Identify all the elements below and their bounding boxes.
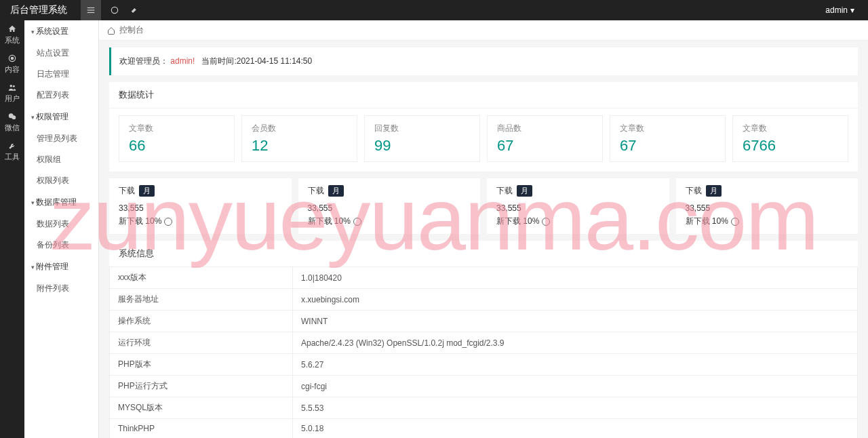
download-card: 下载月33,555新下载 10%: [298, 178, 481, 234]
stat-card: 文章数6766: [732, 115, 848, 162]
stat-value: 67: [497, 137, 593, 155]
sidebar-item[interactable]: 数据列表: [24, 214, 98, 235]
user-name: admin: [825, 5, 848, 15]
download-card: 下载月33,555新下载 10%: [487, 178, 669, 234]
brand: 后台管理系统: [7, 4, 77, 16]
table-row: 操作系统WINNT: [110, 311, 858, 332]
rail-label: 微信: [5, 123, 20, 133]
broom-icon: [130, 5, 140, 15]
refresh-icon: [110, 5, 119, 15]
stat-label: 文章数: [743, 123, 838, 134]
rail-label: 内容: [5, 64, 20, 75]
clear-cache-button[interactable]: [125, 0, 145, 20]
month-badge: 月: [517, 185, 532, 197]
dl-title: 下载: [119, 185, 135, 197]
breadcrumb: 控制台: [99, 20, 868, 41]
sidebar-item[interactable]: 配置列表: [24, 85, 98, 106]
sidebar-group[interactable]: 系统设置: [24, 20, 98, 43]
dl-rate: 新下载 10%: [496, 216, 660, 227]
dl-count: 33,555: [119, 203, 282, 213]
stat-card: 回复数99: [364, 115, 480, 162]
sysinfo-key: MYSQL版本: [110, 397, 293, 419]
stat-value: 67: [620, 137, 715, 155]
sysinfo-value: WINNT: [293, 311, 858, 332]
sysinfo-value: Apache/2.4.23 (Win32) OpenSSL/1.0.2j mod…: [293, 332, 858, 354]
table-row: PHP版本5.6.27: [110, 354, 858, 376]
sysinfo-panel: 系统信息 xxx版本1.0|180420服务器地址x.xuebingsi.com…: [109, 241, 858, 438]
face-icon: [542, 218, 550, 226]
sidebar-item[interactable]: 附件列表: [24, 278, 98, 299]
sidebar-group[interactable]: 权限管理: [24, 106, 98, 128]
stat-label: 回复数: [374, 123, 470, 134]
hamburger-icon: [86, 5, 96, 15]
stat-value: 66: [129, 137, 224, 155]
svg-point-5: [11, 57, 14, 60]
sysinfo-key: xxx版本: [110, 267, 293, 289]
month-badge: 月: [139, 185, 155, 197]
svg-point-3: [111, 7, 117, 13]
rail-item-wechat[interactable]: 微信: [0, 108, 24, 137]
table-row: MYSQL版本5.5.53: [110, 397, 858, 419]
sysinfo-value: 5.5.53: [293, 397, 858, 419]
sidebar-group[interactable]: 附件管理: [24, 256, 98, 278]
dl-rate: 新下载 10%: [119, 216, 282, 227]
sysinfo-key: 服务器地址: [110, 289, 293, 311]
dl-rate: 新下载 10%: [308, 216, 471, 227]
sysinfo-key: PHP版本: [110, 354, 293, 376]
rail-label: 用户: [5, 94, 20, 104]
stat-value: 6766: [743, 137, 838, 155]
sysinfo-key: 操作系统: [110, 311, 293, 332]
svg-point-9: [12, 115, 16, 119]
month-badge: 月: [328, 185, 344, 197]
stat-value: 99: [374, 137, 470, 155]
rail-label: 系统: [5, 35, 20, 45]
dl-title: 下载: [496, 185, 513, 197]
download-card: 下载月33,555新下载 10%: [676, 178, 859, 234]
sidebar-item[interactable]: 权限组: [24, 149, 98, 170]
refresh-button[interactable]: [104, 0, 125, 20]
svg-point-7: [13, 85, 15, 87]
nav-rail: 系统内容用户微信工具: [0, 20, 24, 438]
sysinfo-key: ThinkPHP: [110, 419, 293, 439]
dl-count: 33,555: [686, 203, 849, 213]
face-icon: [353, 218, 361, 226]
chevron-down-icon: ▾: [850, 5, 854, 15]
rail-label: 工具: [5, 152, 20, 162]
user-menu[interactable]: admin ▾: [818, 5, 861, 15]
sidebar-item[interactable]: 备份列表: [24, 235, 98, 256]
stat-card: 文章数66: [119, 115, 235, 162]
stat-label: 会员数: [252, 123, 347, 134]
sidebar: 系统设置站点设置日志管理配置列表权限管理管理员列表权限组权限列表数据库管理数据列…: [24, 20, 99, 438]
current-time: 2021-04-15 11:14:50: [237, 56, 312, 66]
dl-title: 下载: [308, 185, 324, 197]
sidebar-item[interactable]: 权限列表: [24, 170, 98, 191]
download-card: 下载月33,555新下载 10%: [109, 178, 292, 234]
sysinfo-key: 运行环境: [110, 332, 293, 354]
rail-item-target[interactable]: 内容: [0, 49, 24, 79]
face-icon: [731, 218, 739, 226]
sysinfo-value: 5.0.18: [293, 419, 858, 439]
dl-count: 33,555: [496, 203, 660, 213]
sidebar-group[interactable]: 数据库管理: [24, 191, 98, 214]
table-row: 服务器地址x.xuebingsi.com: [110, 289, 858, 311]
sysinfo-key: PHP运行方式: [110, 376, 293, 397]
rail-item-users[interactable]: 用户: [0, 79, 24, 108]
table-row: 运行环境Apache/2.4.23 (Win32) OpenSSL/1.0.2j…: [110, 332, 858, 354]
rail-item-wrench[interactable]: 工具: [0, 137, 24, 166]
table-row: xxx版本1.0|180420: [110, 267, 858, 289]
sidebar-item[interactable]: 管理员列表: [24, 128, 98, 149]
breadcrumb-label: 控制台: [119, 24, 144, 36]
topbar: 后台管理系统 admin ▾: [0, 0, 868, 20]
stats-title: 数据统计: [109, 82, 858, 108]
sidebar-item[interactable]: 日志管理: [24, 64, 98, 85]
stat-label: 文章数: [129, 123, 224, 134]
sidebar-item[interactable]: 站点设置: [24, 43, 98, 64]
admin-name: admin!: [170, 56, 195, 66]
sysinfo-value: cgi-fcgi: [293, 376, 858, 397]
rail-item-home[interactable]: 系统: [0, 20, 24, 49]
table-row: PHP运行方式cgi-fcgi: [110, 376, 858, 397]
stats-panel: 数据统计 文章数66会员数12回复数99商品数67文章数67文章数6766: [109, 82, 858, 172]
svg-point-6: [10, 85, 13, 87]
toggle-sidebar-button[interactable]: [81, 0, 101, 20]
month-badge: 月: [706, 185, 722, 197]
